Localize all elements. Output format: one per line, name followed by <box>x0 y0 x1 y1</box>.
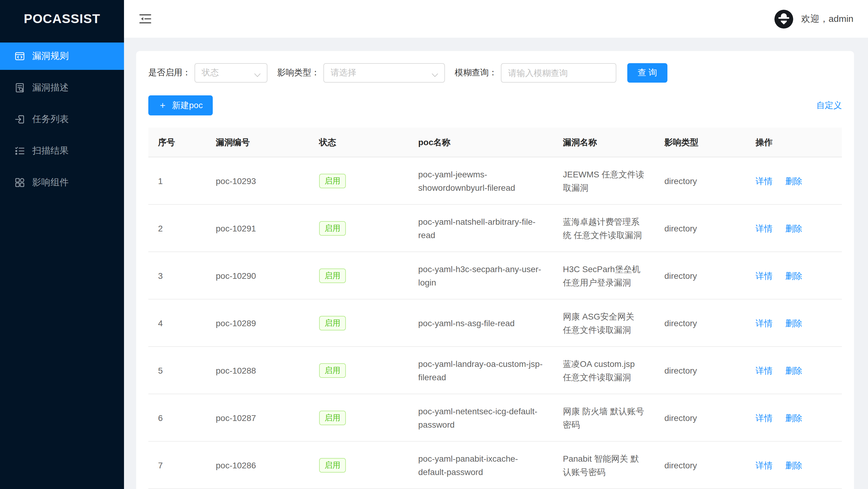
cell-index: 6 <box>148 394 206 441</box>
cell-index: 4 <box>148 299 206 347</box>
col-header-actions: 操作 <box>746 128 842 157</box>
sidebar-item-vul-description[interactable]: 漏洞描述 <box>0 74 124 101</box>
cell-actions: 详情 删除 <box>746 157 842 204</box>
status-select[interactable]: 状态 <box>194 63 268 83</box>
delete-link[interactable]: 删除 <box>785 365 802 375</box>
topbar: 欢迎，admin <box>124 0 868 38</box>
col-header-index: 序号 <box>148 128 206 157</box>
cell-status: 启用 <box>309 394 408 441</box>
detail-link[interactable]: 详情 <box>755 413 773 422</box>
delete-link[interactable]: 删除 <box>785 460 802 470</box>
detail-link[interactable]: 详情 <box>755 223 773 233</box>
app-logo-title: POCASSIST <box>0 0 124 38</box>
cell-vul-id: poc-10293 <box>206 157 309 204</box>
status-enabled-tag: 启用 <box>319 410 346 425</box>
delete-link[interactable]: 删除 <box>785 176 802 186</box>
cell-actions: 详情 删除 <box>746 299 842 347</box>
cell-vul-id: poc-10289 <box>206 299 309 347</box>
filter-enabled-label: 是否启用： <box>148 67 191 78</box>
cell-vul-id: poc-10288 <box>206 347 309 394</box>
sidebar-item-vul-rules[interactable]: 漏洞规则 <box>0 42 124 70</box>
filter-type-label: 影响类型： <box>277 67 320 78</box>
fuzzy-search-input[interactable] <box>501 63 616 83</box>
cell-poc-name: poc-yaml-netentsec-icg-default-password <box>408 394 553 441</box>
cell-index: 7 <box>148 441 206 489</box>
chevron-down-icon <box>254 71 260 77</box>
cell-impact-type: directory <box>655 157 746 204</box>
components-icon <box>14 177 25 188</box>
cell-index: 5 <box>148 347 206 394</box>
status-enabled-tag: 启用 <box>319 363 346 378</box>
impact-type-select[interactable]: 请选择 <box>323 63 445 83</box>
cell-status: 启用 <box>309 347 408 394</box>
poc-list-card: 是否启用： 状态 影响类型： 请选择 模糊查 <box>136 51 854 489</box>
code-window-icon <box>14 51 25 61</box>
new-poc-button-label: 新建poc <box>172 100 203 111</box>
sidebar-item-label: 影响组件 <box>32 177 69 188</box>
cell-impact-type: directory <box>655 394 746 441</box>
cell-status: 启用 <box>309 299 408 347</box>
status-enabled-tag: 启用 <box>319 221 346 235</box>
cell-actions: 详情 删除 <box>746 347 842 394</box>
sidebar-item-label: 扫描结果 <box>32 145 69 157</box>
table-row: 6 poc-10287 启用 poc-yaml-netentsec-icg-de… <box>148 394 842 441</box>
table-row: 4 poc-10289 启用 poc-yaml-ns-asg-file-read… <box>148 299 842 347</box>
new-poc-button[interactable]: ＋ 新建poc <box>148 95 212 116</box>
sidebar-item-scan-results[interactable]: 扫描结果 <box>0 137 124 165</box>
delete-link[interactable]: 删除 <box>785 271 802 280</box>
sidebar-item-label: 漏洞规则 <box>32 51 69 62</box>
app-viewport: POCASSIST 漏洞规则 <box>0 0 868 489</box>
poc-table: 序号 漏洞编号 状态 poc名称 漏洞名称 影响类型 操作 1 poc-1029… <box>148 128 842 489</box>
delete-link[interactable]: 删除 <box>785 413 802 422</box>
cell-vul-name: JEEWMS 任意文件读取漏洞 <box>553 157 655 204</box>
menu-fold-icon[interactable] <box>138 12 152 26</box>
cell-actions: 详情 删除 <box>746 394 842 441</box>
col-header-status: 状态 <box>309 128 408 157</box>
status-enabled-tag: 启用 <box>319 316 346 330</box>
delete-link[interactable]: 删除 <box>785 223 802 233</box>
sidebar-item-affected-components[interactable]: 影响组件 <box>0 169 124 196</box>
impact-type-select-placeholder: 请选择 <box>331 67 356 78</box>
cell-poc-name: poc-yaml-panabit-ixcache-default-passwor… <box>408 441 553 489</box>
sidebar-item-task-list[interactable]: 任务列表 <box>0 106 124 133</box>
sidebar-item-label: 任务列表 <box>32 113 69 125</box>
cell-index: 1 <box>148 157 206 204</box>
table-row: 3 poc-10290 启用 poc-yaml-h3c-secparh-any-… <box>148 252 842 299</box>
cell-status: 启用 <box>309 157 408 204</box>
detail-link[interactable]: 详情 <box>755 318 773 328</box>
poc-table-body: 1 poc-10293 启用 poc-yaml-jeewms-showordow… <box>148 157 842 489</box>
detail-link[interactable]: 详情 <box>755 365 773 375</box>
cell-status: 启用 <box>309 252 408 299</box>
status-select-placeholder: 状态 <box>202 67 219 78</box>
cell-impact-type: directory <box>655 347 746 394</box>
sidebar-menu: 漏洞规则 漏洞描述 <box>0 42 124 196</box>
detail-link[interactable]: 详情 <box>755 460 773 470</box>
table-row: 5 poc-10288 启用 poc-yaml-landray-oa-custo… <box>148 347 842 394</box>
detail-link[interactable]: 详情 <box>755 176 773 186</box>
table-row: 2 poc-10291 启用 poc-yaml-natshell-arbitra… <box>148 204 842 252</box>
detail-link[interactable]: 详情 <box>755 271 773 280</box>
filter-row: 是否启用： 状态 影响类型： 请选择 模糊查 <box>148 63 842 83</box>
file-search-icon <box>14 83 25 93</box>
delete-link[interactable]: 删除 <box>785 318 802 328</box>
cell-vul-name: Panabit 智能网关 默认账号密码 <box>553 441 655 489</box>
toolbar-row: ＋ 新建poc 自定义 <box>148 95 842 116</box>
col-header-vul-id: 漏洞编号 <box>206 128 309 157</box>
plus-icon: ＋ <box>158 100 167 111</box>
user-avatar[interactable] <box>774 9 793 28</box>
filter-enabled-group: 是否启用： 状态 <box>148 63 268 83</box>
cell-vul-id: poc-10290 <box>206 252 309 299</box>
search-button[interactable]: 查 询 <box>627 63 668 83</box>
customize-link[interactable]: 自定义 <box>816 100 842 111</box>
cell-actions: 详情 删除 <box>746 204 842 252</box>
checklist-icon <box>14 146 25 156</box>
cell-vul-name: 网康 ASG安全网关 任意文件读取漏洞 <box>553 299 655 347</box>
cell-poc-name: poc-yaml-natshell-arbitrary-file-read <box>408 204 553 252</box>
col-header-poc-name: poc名称 <box>408 128 553 157</box>
filter-fuzzy-label: 模糊查询： <box>455 67 497 78</box>
cell-impact-type: directory <box>655 441 746 489</box>
cell-vul-name: 网康 防火墙 默认账号密码 <box>553 394 655 441</box>
table-row: 1 poc-10293 启用 poc-yaml-jeewms-showordow… <box>148 157 842 204</box>
cell-vul-id: poc-10291 <box>206 204 309 252</box>
cell-index: 3 <box>148 252 206 299</box>
